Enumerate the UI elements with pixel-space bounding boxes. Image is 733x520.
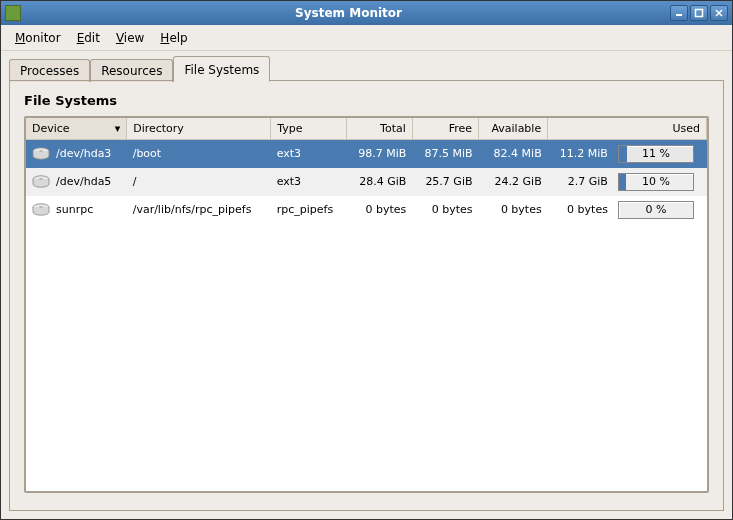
- col-type[interactable]: Type: [271, 118, 346, 140]
- cell-device: /dev/hda3: [26, 140, 127, 168]
- col-available-label: Available: [491, 122, 541, 135]
- col-device-label: Device: [32, 122, 70, 135]
- svg-rect-1: [696, 10, 703, 17]
- close-button[interactable]: [710, 5, 728, 21]
- menu-view[interactable]: View: [108, 28, 152, 48]
- cell-free: 0 bytes: [412, 196, 478, 224]
- minimize-button[interactable]: [670, 5, 688, 21]
- cell-free: 25.7 GiB: [412, 168, 478, 196]
- cell-directory: /boot: [127, 140, 271, 168]
- window-buttons: [670, 5, 728, 21]
- tab-resources[interactable]: Resources: [90, 59, 173, 82]
- used-progress: 0 %: [618, 201, 694, 219]
- col-free-label: Free: [449, 122, 472, 135]
- cell-used-size: 11.2 MiB: [548, 140, 614, 168]
- tab-file-systems[interactable]: File Systems: [173, 56, 270, 82]
- cell-type: ext3: [271, 168, 346, 196]
- used-progress: 10 %: [618, 173, 694, 191]
- svg-point-7: [39, 178, 43, 180]
- cell-device: /dev/hda5: [26, 168, 127, 196]
- col-available[interactable]: Available: [479, 118, 548, 140]
- app-icon: [5, 5, 21, 21]
- table-row[interactable]: /dev/hda5/ext328.4 GiB25.7 GiB24.2 GiB2.…: [26, 168, 707, 196]
- used-pct-label: 11 %: [619, 146, 693, 162]
- col-free[interactable]: Free: [412, 118, 478, 140]
- disk-icon: [32, 175, 50, 189]
- cell-type: rpc_pipefs: [271, 196, 346, 224]
- col-used[interactable]: Used: [548, 118, 707, 140]
- menu-monitor[interactable]: Monitor: [7, 28, 69, 48]
- menubar: MonitorEditViewHelp: [1, 25, 732, 51]
- cell-directory: /: [127, 168, 271, 196]
- menu-edit[interactable]: Edit: [69, 28, 108, 48]
- col-total[interactable]: Total: [346, 118, 412, 140]
- col-device[interactable]: Device▾: [26, 118, 127, 140]
- col-directory-label: Directory: [133, 122, 184, 135]
- col-directory[interactable]: Directory: [127, 118, 271, 140]
- device-label: /dev/hda3: [56, 147, 111, 160]
- cell-used-size: 0 bytes: [548, 196, 614, 224]
- col-used-label: Used: [672, 122, 700, 135]
- cell-free: 87.5 MiB: [412, 140, 478, 168]
- cell-type: ext3: [271, 140, 346, 168]
- cell-used-bar: 11 %: [614, 140, 707, 168]
- cell-device: sunrpc: [26, 196, 127, 224]
- device-label: sunrpc: [56, 203, 93, 216]
- col-total-label: Total: [380, 122, 406, 135]
- tab-processes[interactable]: Processes: [9, 59, 90, 82]
- sort-indicator-icon: ▾: [115, 122, 121, 135]
- disk-icon: [32, 147, 50, 161]
- cell-total: 0 bytes: [346, 196, 412, 224]
- cell-directory: /var/lib/nfs/rpc_pipefs: [127, 196, 271, 224]
- cell-available: 82.4 MiB: [479, 140, 548, 168]
- cell-used-bar: 0 %: [614, 196, 707, 224]
- titlebar: System Monitor: [1, 1, 732, 25]
- col-type-label: Type: [277, 122, 302, 135]
- tab-panel-filesystems: File Systems Device▾ Directory Type Tota…: [9, 81, 724, 511]
- table-row[interactable]: sunrpc/var/lib/nfs/rpc_pipefsrpc_pipefs0…: [26, 196, 707, 224]
- maximize-button[interactable]: [690, 5, 708, 21]
- table-row[interactable]: /dev/hda3/bootext398.7 MiB87.5 MiB82.4 M…: [26, 140, 707, 168]
- device-label: /dev/hda5: [56, 175, 111, 188]
- cell-available: 24.2 GiB: [479, 168, 548, 196]
- svg-point-9: [39, 206, 43, 208]
- tab-strip: ProcessesResourcesFile Systems: [9, 55, 724, 81]
- cell-used-size: 2.7 GiB: [548, 168, 614, 196]
- window-title: System Monitor: [27, 6, 670, 20]
- cell-used-bar: 10 %: [614, 168, 707, 196]
- menu-help[interactable]: Help: [152, 28, 195, 48]
- section-title: File Systems: [24, 93, 709, 108]
- used-progress: 11 %: [618, 145, 694, 163]
- cell-available: 0 bytes: [479, 196, 548, 224]
- used-pct-label: 10 %: [619, 174, 693, 190]
- svg-point-5: [39, 150, 43, 152]
- disk-icon: [32, 203, 50, 217]
- cell-total: 98.7 MiB: [346, 140, 412, 168]
- cell-total: 28.4 GiB: [346, 168, 412, 196]
- used-pct-label: 0 %: [619, 202, 693, 218]
- filesystem-table: Device▾ Directory Type Total Free Availa…: [26, 118, 707, 224]
- content: ProcessesResourcesFile Systems File Syst…: [1, 51, 732, 519]
- filesystem-table-frame: Device▾ Directory Type Total Free Availa…: [24, 116, 709, 493]
